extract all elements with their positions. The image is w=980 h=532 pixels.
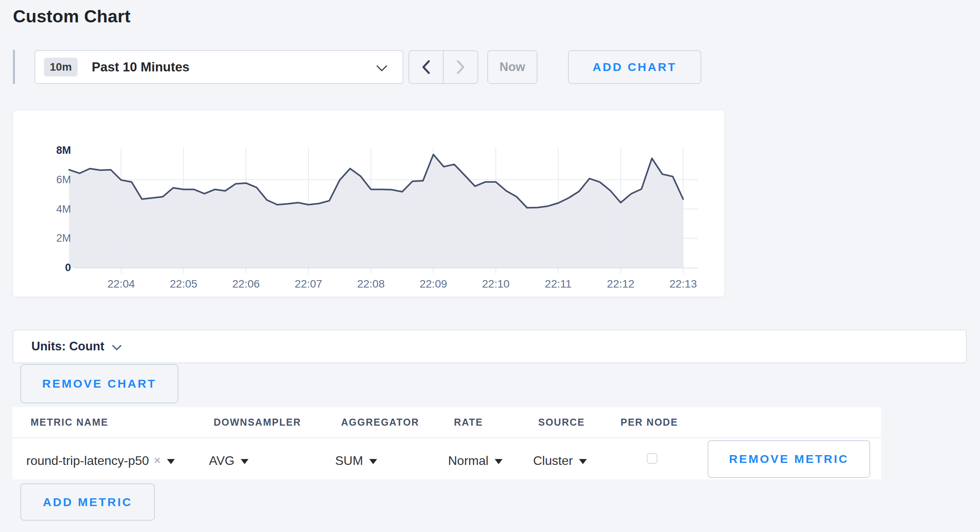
toolbar-accent-bar [13, 50, 15, 84]
triangle-down-icon [241, 459, 249, 464]
chevron-right-icon [455, 58, 466, 76]
col-header-downsampler: DOWNSAMPLER [214, 417, 301, 428]
aggregator-select[interactable]: SUM [335, 451, 377, 470]
time-range-label: Past 10 Minutes [92, 60, 189, 75]
metrics-table: METRIC NAME DOWNSAMPLER AGGREGATOR RATE … [13, 407, 881, 479]
col-header-aggregator: AGGREGATOR [341, 417, 419, 428]
x-tick-label: 22:08 [357, 278, 385, 290]
x-tick-label: 22:04 [107, 278, 135, 290]
chart-card: 02M4M6M8M22:0422:0522:0622:0722:0822:092… [13, 110, 725, 297]
chevron-down-icon [112, 345, 122, 351]
chevron-left-icon [420, 58, 432, 76]
y-tick-label: 6M [56, 174, 71, 186]
triangle-down-icon [167, 459, 175, 464]
remove-chart-button[interactable]: REMOVE CHART [20, 364, 178, 403]
remove-metric-button[interactable]: REMOVE METRIC [708, 440, 870, 478]
clear-metric-icon[interactable]: × [154, 454, 161, 468]
col-header-source: SOURCE [538, 417, 585, 428]
chevron-down-icon [376, 64, 388, 72]
x-tick-label: 22:09 [419, 278, 447, 290]
x-tick-label: 22:06 [232, 278, 260, 290]
x-tick-label: 22:10 [482, 278, 510, 290]
per-node-checkbox[interactable] [647, 453, 657, 464]
triangle-down-icon [579, 459, 587, 464]
custom-chart-page: Custom Chart 10m Past 10 Minutes Now ADD… [0, 0, 980, 532]
metric-name-select[interactable]: round-trip-latency-p50 × [26, 451, 175, 470]
time-range-pager [408, 50, 478, 84]
x-tick-label: 22:05 [170, 278, 197, 290]
units-label: Units: Count [31, 339, 104, 353]
triangle-down-icon [495, 459, 503, 464]
x-tick-label: 22:11 [545, 278, 572, 290]
source-value: Cluster [533, 454, 573, 468]
table-divider [13, 437, 881, 438]
triangle-down-icon [369, 459, 377, 464]
x-tick-label: 22:12 [607, 278, 634, 290]
aggregator-value: SUM [335, 454, 363, 468]
rate-select[interactable]: Normal [448, 451, 503, 470]
y-tick-label: 8M [56, 144, 71, 156]
time-range-badge: 10m [44, 58, 78, 77]
col-header-rate: RATE [454, 417, 483, 428]
add-chart-button[interactable]: ADD CHART [568, 50, 701, 84]
now-button[interactable]: Now [487, 50, 537, 84]
y-tick-label: 2M [56, 232, 71, 244]
x-tick-label: 22:07 [295, 278, 322, 290]
y-tick-label: 4M [56, 203, 71, 215]
downsampler-value: AVG [209, 454, 234, 468]
timeseries-chart: 02M4M6M8M22:0422:0522:0622:0722:0822:092… [13, 110, 725, 297]
add-metric-button[interactable]: ADD METRIC [20, 483, 155, 521]
y-tick-label: 0 [65, 262, 71, 273]
source-select[interactable]: Cluster [533, 451, 587, 470]
rate-value: Normal [448, 454, 488, 468]
prev-range-button[interactable] [409, 51, 444, 83]
next-range-button[interactable] [444, 51, 477, 83]
downsampler-select[interactable]: AVG [209, 451, 249, 470]
page-title: Custom Chart [13, 6, 131, 27]
units-dropdown[interactable]: Units: Count [13, 330, 967, 363]
col-header-metric-name: METRIC NAME [31, 417, 108, 428]
metric-name-value: round-trip-latency-p50 [26, 454, 149, 468]
x-tick-label: 22:13 [670, 278, 697, 290]
time-range-dropdown[interactable]: 10m Past 10 Minutes [34, 50, 403, 84]
series-area [69, 155, 683, 268]
col-header-per-node: PER NODE [621, 417, 678, 428]
